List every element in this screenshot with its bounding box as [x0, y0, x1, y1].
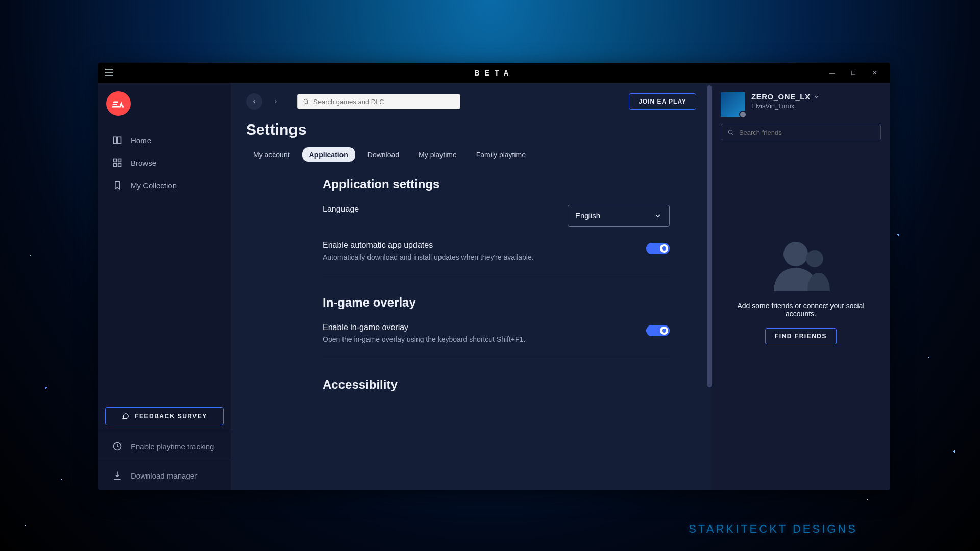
svg-marker-3: [119, 102, 124, 108]
avatar: [721, 92, 745, 117]
chevron-down-icon[interactable]: [814, 94, 820, 100]
svg-point-16: [806, 250, 823, 267]
auto-updates-desc: Automatically download and install updat…: [323, 253, 534, 261]
svg-rect-5: [118, 137, 121, 143]
sidebar-item-label: Home: [131, 136, 151, 145]
svg-rect-7: [118, 159, 121, 162]
auto-updates-label: Enable automatic app updates: [323, 241, 534, 250]
language-label: Language: [323, 205, 359, 214]
overlay-label: Enable in-game overlay: [323, 323, 525, 332]
divider: [323, 358, 670, 358]
chevron-down-icon: [654, 212, 662, 220]
svg-point-15: [783, 242, 808, 266]
tab-download[interactable]: Download: [360, 147, 406, 162]
main: JOIN EA PLAY Settings My account Applica…: [231, 83, 890, 490]
section-title-accessibility: Accessibility: [323, 378, 670, 392]
sidebar-item-download-manager[interactable]: Download manager: [98, 461, 231, 490]
svg-marker-2: [112, 106, 119, 108]
feedback-survey-button[interactable]: FEEDBACK SURVEY: [105, 407, 224, 425]
friends-empty-state: Add some friends or connect your social …: [721, 120, 881, 460]
section-title-application: Application settings: [323, 177, 670, 191]
sidebar-item-label: Browse: [131, 159, 156, 167]
auto-updates-toggle[interactable]: [646, 243, 670, 254]
svg-line-12: [307, 103, 308, 104]
ea-logo[interactable]: [106, 91, 131, 116]
feedback-label: FEEDBACK SURVEY: [135, 413, 207, 420]
window-controls: [826, 63, 886, 83]
chat-icon: [121, 413, 130, 420]
svg-marker-1: [113, 102, 119, 103]
search-input-container[interactable]: [297, 94, 460, 109]
scrollbar-thumb[interactable]: [707, 85, 712, 387]
content-scrollbar[interactable]: [707, 85, 712, 488]
maximize-icon[interactable]: [847, 67, 860, 79]
language-select[interactable]: English: [568, 205, 670, 227]
svg-marker-0: [112, 104, 118, 105]
titlebar: BETA: [98, 63, 890, 83]
svg-point-11: [304, 99, 308, 104]
svg-rect-9: [118, 164, 121, 167]
language-value: English: [575, 211, 600, 220]
grid-icon: [112, 158, 122, 168]
sidebar-bottom: Enable playtime tracking Download manage…: [98, 432, 231, 490]
svg-rect-8: [114, 164, 117, 167]
row-auto-updates: Enable automatic app updates Automatical…: [323, 241, 670, 261]
app-title: BETA: [474, 69, 513, 77]
svg-rect-6: [114, 159, 117, 162]
username-row: ZERO_ONE_LX: [751, 92, 820, 101]
section-title-overlay: In-game overlay: [323, 295, 670, 310]
menu-icon[interactable]: [105, 69, 113, 76]
content: JOIN EA PLAY Settings My account Applica…: [231, 83, 712, 490]
row-language: Language English: [323, 205, 670, 227]
app-window: BETA: [98, 63, 890, 490]
profile-header[interactable]: ZERO_ONE_LX ElvisVin_Linux: [721, 92, 881, 117]
search-icon: [303, 98, 309, 105]
sidebar-item-label: Enable playtime tracking: [131, 442, 214, 451]
tab-my-account[interactable]: My account: [246, 147, 297, 162]
people-icon: [768, 236, 834, 292]
ea-logo-icon: [111, 96, 126, 111]
chevron-left-icon: [252, 98, 257, 105]
sidebar-item-label: My Collection: [131, 181, 177, 190]
page-title: Settings: [246, 121, 696, 138]
friends-empty-text: Add some friends or connect your social …: [734, 302, 867, 318]
topbar: JOIN EA PLAY: [246, 93, 696, 110]
close-icon[interactable]: [869, 67, 881, 79]
tab-my-playtime[interactable]: My playtime: [411, 147, 464, 162]
join-ea-play-button[interactable]: JOIN EA PLAY: [629, 93, 696, 110]
nav-forward-button[interactable]: [267, 93, 284, 110]
search-input[interactable]: [313, 98, 455, 106]
nav-back-button[interactable]: [246, 93, 262, 110]
tab-family-playtime[interactable]: Family playtime: [469, 147, 533, 162]
user-handle: ElvisVin_Linux: [751, 102, 820, 110]
chevron-right-icon: [273, 98, 278, 105]
sidebar-item-playtime-tracking[interactable]: Enable playtime tracking: [98, 432, 231, 461]
download-icon: [112, 470, 122, 481]
friends-panel: ZERO_ONE_LX ElvisVin_Linux: [712, 83, 890, 490]
sidebar-item-browse[interactable]: Browse: [98, 152, 231, 174]
sidebar-nav: Home Browse My Collection: [98, 129, 231, 196]
minimize-icon[interactable]: [826, 67, 838, 79]
find-friends-button[interactable]: FIND FRIENDS: [765, 328, 837, 344]
sidebar-item-collection[interactable]: My Collection: [98, 174, 231, 196]
divider: [323, 276, 670, 276]
row-overlay: Enable in-game overlay Open the in-game …: [323, 323, 670, 343]
sidebar-item-label: Download manager: [131, 471, 197, 480]
settings-panel: Application settings Language English En…: [323, 177, 670, 392]
bookmark-icon: [112, 180, 122, 190]
home-icon: [112, 135, 122, 145]
username: ZERO_ONE_LX: [751, 92, 811, 101]
svg-rect-4: [114, 137, 117, 143]
sidebar-item-home[interactable]: Home: [98, 129, 231, 152]
settings-tabs: My account Application Download My playt…: [246, 147, 696, 162]
overlay-desc: Open the in-game overlay using the keybo…: [323, 335, 525, 343]
sidebar: Home Browse My Collection F: [98, 83, 231, 490]
clock-icon: [112, 441, 122, 452]
tab-application[interactable]: Application: [302, 147, 355, 162]
overlay-toggle[interactable]: [646, 325, 670, 336]
desktop-watermark: STARKITECKT DESIGNS: [689, 522, 857, 536]
